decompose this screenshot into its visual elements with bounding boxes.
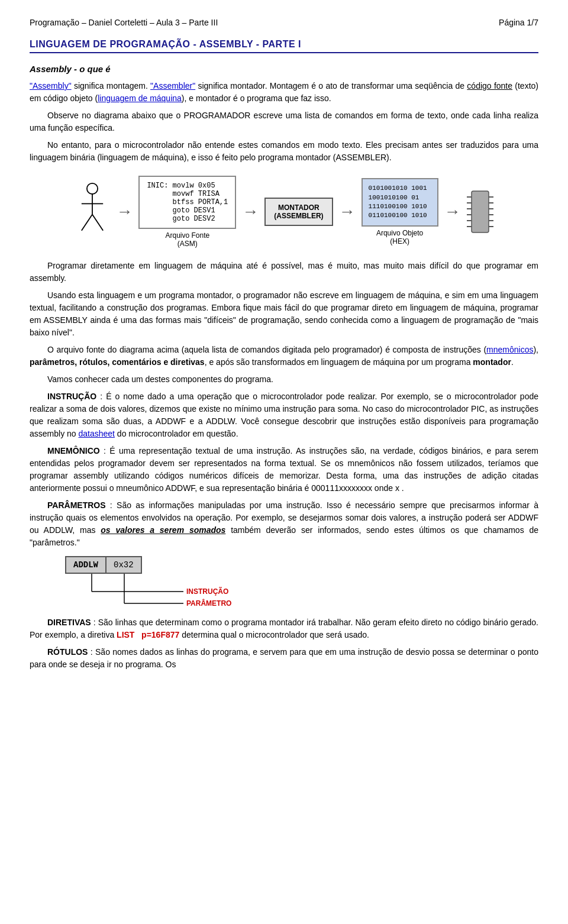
assembly-link[interactable]: "Assembly" <box>30 81 72 91</box>
diretivas-title: DIRETIVAS <box>47 618 91 627</box>
mnemonico-para: MNEMÔNICO : É uma representação textual … <box>30 445 538 495</box>
bin-line-1: 0101001010 1001 <box>369 184 431 193</box>
code-line-5: goto DESV2 <box>147 215 228 223</box>
section2-para1: Programar diretamente em linguagem de má… <box>30 260 538 285</box>
code-box-item: INIC: movlw 0x05 movwf TRISA btfss PORTA… <box>138 176 236 248</box>
code-box-label: Arquivo Fonte(ASM) <box>165 231 209 248</box>
bin-line-4: 0110100100 1010 <box>369 211 431 220</box>
instrucao-para: INSTRUÇÃO : É o nome dado a uma operação… <box>30 390 538 440</box>
binary-box-item: 0101001010 1001 1001010100 01 1110100100… <box>362 178 438 245</box>
list-directive: LIST p=16F877 <box>117 630 179 639</box>
svg-text:PARÂMETRO: PARÂMETRO <box>186 599 231 608</box>
assembler-link[interactable]: "Assembler" <box>150 81 195 91</box>
rotulos-para: RÓTULOS : São nomes dados as linhas do p… <box>30 646 538 671</box>
linguagem-maquina-link[interactable]: linguagem de máquina <box>98 93 182 103</box>
instr-row: ADDLW 0x32 <box>65 556 278 574</box>
arrow3: → <box>339 202 356 221</box>
mnemonicos-link[interactable]: mnemônicos <box>486 345 533 354</box>
stick-figure-item <box>75 182 110 241</box>
section1-para2: Observe no diagrama abaixo que o PROGRAM… <box>30 109 538 134</box>
binary-box: 0101001010 1001 1001010100 01 1110100100… <box>362 178 438 227</box>
svg-point-0 <box>87 183 98 194</box>
page-number: Página 1/7 <box>499 18 538 27</box>
svg-line-3 <box>82 215 92 231</box>
section2-para2: Usando esta linguagem e um programa mont… <box>30 289 538 339</box>
assembler-box: MONTADOR(ASSEMBLER) <box>264 198 333 226</box>
addlw-box: ADDLW <box>65 556 106 574</box>
code-box: INIC: movlw 0x05 movwf TRISA btfss PORTA… <box>138 176 236 229</box>
instrucao-title: INSTRUÇÃO <box>47 392 96 401</box>
assembler-box-item: MONTADOR(ASSEMBLER) <box>264 198 333 226</box>
params-bold: parâmetros, rótulos, comentários e diret… <box>30 357 205 367</box>
section1-para1: "Assembly" significa montagem. "Assemble… <box>30 80 538 105</box>
stick-figure-svg <box>75 182 110 241</box>
svg-line-4 <box>92 215 103 231</box>
svg-text:INSTRUÇÃO: INSTRUÇÃO <box>186 587 228 596</box>
datasheet-link[interactable]: datasheet <box>78 429 115 438</box>
param-box: 0x32 <box>106 556 142 574</box>
code-line-3: btfss PORTA,1 <box>147 198 228 206</box>
header-title: Programação – Daniel Corteletti – Aula 3… <box>30 18 218 27</box>
arrow2: → <box>242 202 259 221</box>
arrow4: → <box>444 202 461 221</box>
code-line-2: movwf TRISA <box>147 190 228 198</box>
chip-item <box>467 188 493 235</box>
svg-rect-5 <box>472 191 489 232</box>
main-title: LINGUAGEM DE PROGRAMAÇÃO - ASSEMBLY - PA… <box>30 39 538 53</box>
parametros-para: PARÂMETROS : São as informações manipula… <box>30 499 538 549</box>
instruction-diagram-wrapper: ADDLW 0x32 INSTRUÇÃO PARÂMETRO <box>65 556 278 609</box>
bin-line-3: 1110100100 1010 <box>369 202 431 211</box>
arrow1: → <box>116 202 133 221</box>
section2-para4: Vamos conhecer cada um destes componente… <box>30 373 538 386</box>
diretivas-para: DIRETIVAS : São linhas que determinam co… <box>30 616 538 641</box>
mnemonico-title: MNEMÔNICO <box>47 446 100 455</box>
bin-line-2: 1001010100 01 <box>369 193 431 202</box>
binary-box-label: Arquivo Objeto(HEX) <box>376 229 423 245</box>
chip-icon <box>467 188 493 235</box>
page-header: Programação – Daniel Corteletti – Aula 3… <box>30 18 538 27</box>
parametros-title: PARÂMETROS <box>47 500 106 510</box>
section1-title: Assembly - o que é <box>30 64 538 74</box>
code-line-4: goto DESV1 <box>147 206 228 215</box>
code-line-1: INIC: movlw 0x05 <box>147 182 228 190</box>
section2-para3: O arquivo fonte do diagrama acima (aquel… <box>30 344 538 369</box>
section1-para3: No entanto, para o microcontrolador não … <box>30 139 538 164</box>
montador-bold: montador <box>473 357 511 367</box>
assembler-diagram: → INIC: movlw 0x05 movwf TRISA btfss POR… <box>30 176 538 248</box>
codigo-fonte-text: código fonte <box>467 81 512 91</box>
param-arrows-svg: INSTRUÇÃO PARÂMETRO <box>65 574 278 609</box>
rotulos-title: RÓTULOS <box>47 647 88 657</box>
valores-somados-text: os valores a serem somados <box>101 525 225 535</box>
